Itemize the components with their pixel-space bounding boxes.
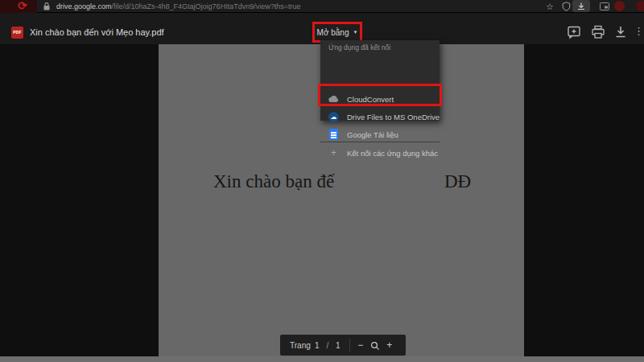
current-page-input[interactable]: 1 [311, 341, 324, 350]
picture-in-picture-icon[interactable] [600, 2, 609, 10]
add-comment-icon[interactable] [567, 25, 581, 39]
more-options-icon[interactable]: ⋮ [634, 24, 642, 39]
pdf-file-type-icon: PDF [11, 27, 23, 39]
browser-address-bar[interactable]: ⟳ drive.google.com/file/d/10haZs-4h8_F4G… [0, 0, 644, 13]
document-text-fragment: DĐ [444, 171, 471, 192]
menu-item-onedrive[interactable]: ☁ Drive Files to MS OneDrive [320, 108, 440, 125]
browser-menu-badge[interactable] [636, 1, 644, 11]
lock-icon[interactable] [43, 2, 50, 10]
annotation-google-docs [318, 84, 442, 106]
onedrive-icon: ☁ [328, 112, 339, 122]
menu-divider [320, 142, 440, 142]
zoom-out-button[interactable]: − [353, 338, 368, 352]
reload-icon[interactable]: ⟳ [18, 0, 27, 12]
open-with-menu: Ứng dụng đã kết nối CloudConvert ☁ Drive… [320, 40, 440, 121]
page-toolbar: Trang 1 / 1 − + [280, 335, 406, 356]
menu-item-connect-more-apps[interactable]: + Kết nối các ứng dụng khác [320, 144, 440, 162]
plus-icon: + [328, 147, 339, 158]
toolbar-divider [349, 339, 350, 352]
chevron-down-icon: ▼ [353, 30, 357, 35]
open-with-label: Mở bằng [317, 28, 349, 37]
page-label: Trang [290, 341, 311, 350]
open-with-button[interactable]: Mở bằng▼ [315, 24, 360, 40]
profile-avatar[interactable] [614, 1, 625, 11]
google-docs-icon [328, 129, 339, 140]
menu-item-label: Google Tài liệu [347, 130, 398, 139]
menu-item-label: Kết nối các ứng dụng khác [347, 149, 438, 158]
page-separator: / [324, 341, 332, 350]
connected-apps-header: Ứng dụng đã kết nối [328, 43, 390, 51]
screen: ⟳ drive.google.com/file/d/10haZs-4h8_F4G… [0, 0, 644, 362]
download-icon[interactable] [613, 25, 628, 39]
document-text: Xin chào bạn đế [213, 171, 334, 192]
bottom-edge-strip [0, 356, 644, 362]
file-title: Xin chào bạn đến với Mẹo hay.pdf [30, 24, 164, 40]
total-pages: 1 [332, 341, 345, 350]
menu-item-label: Drive Files to MS OneDrive [347, 113, 440, 121]
url-path: /file/d/10haZs-4h8_F4GtajOjoig76HItaTdvn… [112, 2, 301, 10]
shield-icon[interactable] [562, 2, 571, 11]
url-host: drive.google.com [56, 2, 112, 10]
browser-download-icon[interactable] [577, 2, 585, 10]
print-icon[interactable] [591, 25, 605, 39]
bookmark-star-icon[interactable]: ☆ [544, 1, 555, 12]
menu-item-google-docs[interactable]: Google Tài liệu [320, 125, 440, 143]
url-text: drive.google.com/file/d/10haZs-4h8_F4Gta… [56, 2, 300, 11]
zoom-in-button[interactable]: + [382, 338, 397, 352]
zoom-tool-icon[interactable] [368, 338, 382, 352]
